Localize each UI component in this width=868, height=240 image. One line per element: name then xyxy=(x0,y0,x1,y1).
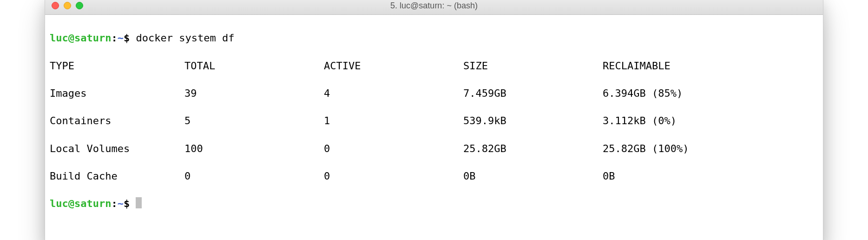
terminal-body[interactable]: luc@saturn:~$ docker system df TYPETOTAL… xyxy=(45,15,823,240)
prompt-path: ~ xyxy=(118,32,124,44)
table-header-row: TYPETOTALACTIVESIZERECLAIMABLE xyxy=(50,59,818,73)
cell-type: Local Volumes xyxy=(50,142,184,156)
cell-type: Images xyxy=(50,87,184,100)
prompt-colon: : xyxy=(111,32,117,44)
cell-reclaimable: 6.394GB (85%) xyxy=(603,87,818,100)
titlebar[interactable]: 5. luc@saturn: ~ (bash) xyxy=(45,0,823,15)
header-size: SIZE xyxy=(463,59,603,73)
window-title: 5. luc@saturn: ~ (bash) xyxy=(45,1,823,11)
terminal-window: 5. luc@saturn: ~ (bash) luc@saturn:~$ do… xyxy=(45,0,823,240)
cell-size: 0B xyxy=(463,169,603,183)
table-row: Local Volumes100025.82GB25.82GB (100%) xyxy=(50,142,818,156)
maximize-icon[interactable] xyxy=(76,2,83,9)
cell-active: 4 xyxy=(324,87,463,100)
cell-reclaimable: 25.82GB (100%) xyxy=(603,142,818,156)
prompt-dollar: $ xyxy=(124,32,130,44)
traffic-lights xyxy=(45,2,83,9)
cell-reclaimable: 0B xyxy=(603,169,818,183)
table-row: Images3947.459GB6.394GB (85%) xyxy=(50,87,818,100)
cell-type: Containers xyxy=(50,114,184,128)
prompt-line-1: luc@saturn:~$ docker system df xyxy=(50,31,818,45)
cell-active: 0 xyxy=(324,142,463,156)
header-type: TYPE xyxy=(50,59,184,73)
prompt-dollar: $ xyxy=(124,198,130,209)
minimize-icon[interactable] xyxy=(64,2,71,9)
prompt-line-2: luc@saturn:~$ xyxy=(50,197,818,211)
header-reclaimable: RECLAIMABLE xyxy=(603,59,818,73)
cursor-icon xyxy=(136,197,142,208)
cell-total: 39 xyxy=(184,87,324,100)
cell-total: 100 xyxy=(184,142,324,156)
cell-active: 0 xyxy=(324,169,463,183)
prompt-user-host: luc@saturn xyxy=(50,198,111,209)
prompt-user-host: luc@saturn xyxy=(50,32,111,44)
table-row: Build Cache000B0B xyxy=(50,169,818,183)
cell-reclaimable: 3.112kB (0%) xyxy=(603,114,818,128)
cell-size: 539.9kB xyxy=(463,114,603,128)
cell-active: 1 xyxy=(324,114,463,128)
cell-size: 7.459GB xyxy=(463,87,603,100)
cell-total: 0 xyxy=(184,169,324,183)
table-row: Containers51539.9kB3.112kB (0%) xyxy=(50,114,818,128)
header-total: TOTAL xyxy=(184,59,324,73)
cell-size: 25.82GB xyxy=(463,142,603,156)
close-icon[interactable] xyxy=(52,2,59,9)
prompt-colon: : xyxy=(111,198,117,209)
cell-type: Build Cache xyxy=(50,169,184,183)
command-text: docker system df xyxy=(136,32,234,44)
header-active: ACTIVE xyxy=(324,59,463,73)
prompt-path: ~ xyxy=(118,198,124,209)
cell-total: 5 xyxy=(184,114,324,128)
